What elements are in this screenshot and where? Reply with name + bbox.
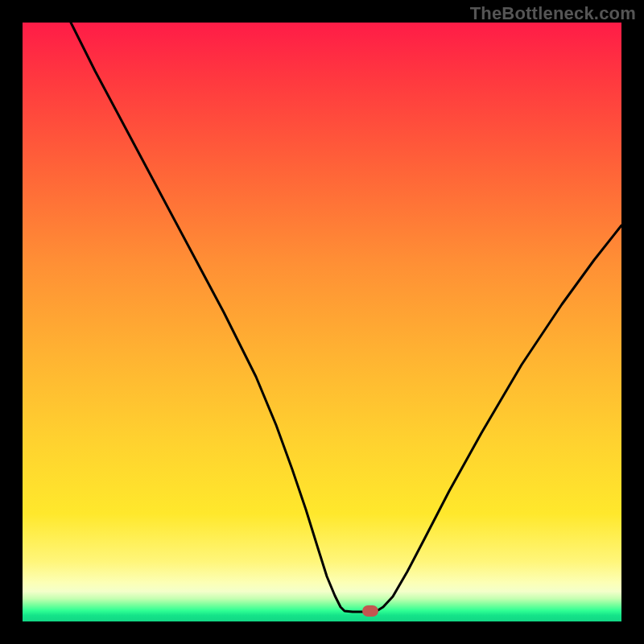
bottleneck-curve	[23, 23, 621, 621]
minimum-marker	[362, 605, 378, 617]
plot-area	[23, 23, 621, 621]
watermark-text: TheBottleneck.com	[470, 3, 636, 24]
curve-path	[71, 23, 621, 612]
chart-frame: TheBottleneck.com	[0, 0, 644, 644]
